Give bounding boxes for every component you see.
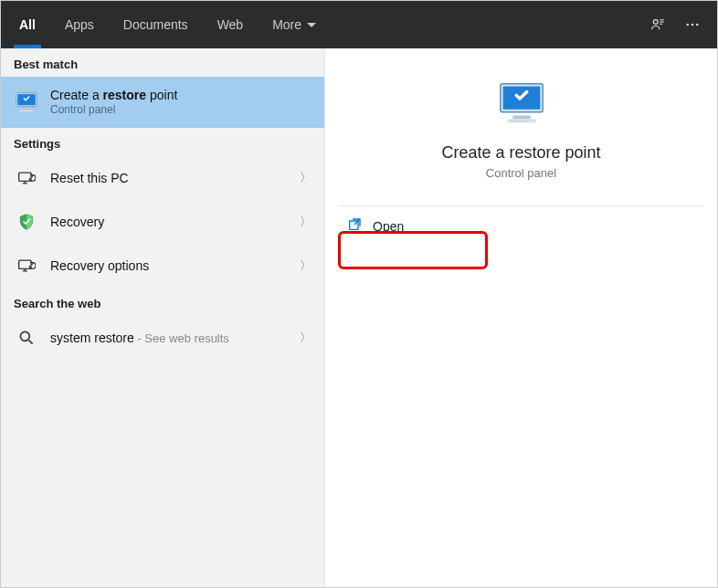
tab-apps[interactable]: Apps bbox=[50, 1, 109, 48]
svg-point-1 bbox=[686, 24, 689, 26]
preview-panel: Create a restore point Control panel Ope… bbox=[325, 48, 717, 587]
svg-rect-14 bbox=[507, 119, 535, 122]
chevron-down-icon bbox=[307, 23, 316, 27]
web-query: system restore bbox=[50, 331, 134, 345]
tab-documents[interactable]: Documents bbox=[109, 1, 203, 48]
tab-label: Apps bbox=[65, 17, 94, 32]
svg-rect-13 bbox=[512, 116, 530, 120]
result-title: Recovery bbox=[50, 214, 289, 230]
action-open[interactable]: Open bbox=[338, 206, 704, 246]
result-text: Create a restore point Control panel bbox=[50, 87, 311, 118]
section-settings: Settings bbox=[1, 128, 324, 156]
svg-point-3 bbox=[696, 24, 699, 26]
svg-rect-7 bbox=[20, 110, 34, 111]
result-best-match[interactable]: Create a restore point Control panel bbox=[1, 77, 324, 128]
result-text: Recovery bbox=[50, 214, 289, 230]
result-title: Create a restore point bbox=[50, 87, 311, 103]
tab-label: All bbox=[19, 17, 36, 32]
chevron-right-icon: 〉 bbox=[300, 257, 311, 274]
tab-label: More bbox=[272, 17, 301, 32]
results-panel: Best match Create a restore point Contro… bbox=[1, 48, 325, 587]
chevron-right-icon: 〉 bbox=[300, 170, 311, 186]
open-icon bbox=[347, 217, 362, 235]
web-hint: - See web results bbox=[134, 331, 229, 345]
preview-title: Create a restore point bbox=[441, 143, 600, 163]
chevron-right-icon: 〉 bbox=[300, 330, 311, 346]
system-properties-icon bbox=[495, 79, 548, 127]
reset-icon bbox=[14, 165, 39, 191]
system-properties-icon bbox=[14, 89, 39, 115]
result-text: system restore - See web results bbox=[50, 330, 289, 346]
result-web-search[interactable]: system restore - See web results 〉 bbox=[1, 316, 324, 360]
svg-point-10 bbox=[20, 331, 29, 341]
svg-rect-6 bbox=[22, 109, 30, 110]
tab-label: Web bbox=[217, 17, 244, 32]
svg-point-0 bbox=[653, 20, 658, 25]
reset-icon bbox=[14, 253, 39, 278]
tab-more[interactable]: More bbox=[258, 1, 331, 48]
action-label: Open bbox=[373, 219, 404, 234]
section-web: Search the web bbox=[1, 288, 324, 316]
result-text: Reset this PC bbox=[50, 170, 289, 186]
header-actions bbox=[649, 16, 713, 33]
header-tabs: All Apps Documents Web More bbox=[5, 1, 331, 48]
section-best-match: Best match bbox=[1, 48, 324, 77]
result-recovery-options[interactable]: Recovery options 〉 bbox=[1, 244, 324, 288]
tab-web[interactable]: Web bbox=[203, 1, 259, 48]
search-header: All Apps Documents Web More bbox=[1, 1, 717, 48]
result-reset-pc[interactable]: Reset this PC 〉 bbox=[1, 156, 324, 200]
chevron-right-icon: 〉 bbox=[300, 214, 311, 230]
search-body: Best match Create a restore point Contro… bbox=[1, 48, 717, 587]
preview-subtitle: Control panel bbox=[486, 166, 556, 180]
tab-label: Documents bbox=[123, 17, 188, 32]
tab-all[interactable]: All bbox=[5, 1, 50, 48]
result-title: Reset this PC bbox=[50, 170, 289, 186]
result-subtitle: Control panel bbox=[50, 103, 311, 118]
result-text: Recovery options bbox=[50, 257, 289, 274]
svg-point-2 bbox=[692, 24, 694, 26]
result-title: Recovery options bbox=[50, 257, 289, 274]
more-options-icon[interactable] bbox=[684, 16, 701, 33]
preview-content: Create a restore point Control panel Ope… bbox=[338, 61, 704, 246]
feedback-icon[interactable] bbox=[649, 16, 666, 33]
result-recovery[interactable]: Recovery 〉 bbox=[1, 200, 324, 244]
preview-header: Create a restore point Control panel bbox=[338, 61, 704, 206]
security-shield-icon bbox=[14, 209, 39, 235]
search-icon bbox=[14, 325, 39, 351]
